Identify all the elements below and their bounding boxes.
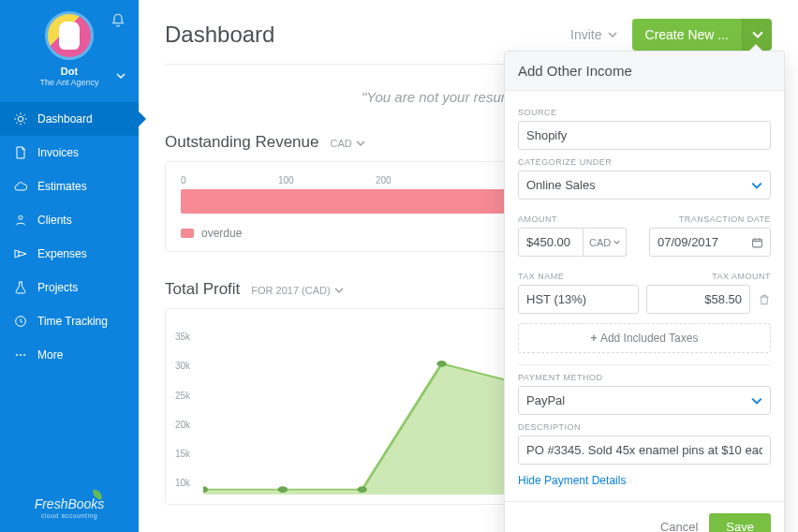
description-input[interactable] (518, 436, 771, 465)
nav-label: Estimates (37, 180, 87, 193)
y-tick: 30k (175, 361, 190, 371)
nav-expenses[interactable]: Expenses (0, 237, 139, 271)
category-value: Online Sales (526, 178, 596, 192)
svg-point-9 (278, 486, 288, 493)
chevron-down-icon (334, 286, 344, 295)
chevron-down-icon (752, 29, 763, 40)
source-input[interactable] (518, 121, 771, 150)
tax-name-label: TAX NAME (518, 272, 640, 281)
svg-point-11 (436, 361, 446, 367)
hide-payment-details-link[interactable]: Hide Payment Details (518, 474, 626, 487)
categorize-label: CATEGORIZE UNDER (518, 157, 771, 167)
trash-icon[interactable] (758, 293, 771, 306)
flask-icon (13, 280, 28, 295)
legend-swatch (181, 229, 194, 238)
brand-logo: FreshBooks cloud accounting (0, 485, 139, 532)
cloud-icon (13, 179, 28, 194)
bell-icon[interactable] (111, 13, 126, 28)
y-tick: 15k (175, 448, 190, 458)
nav-time-tracking[interactable]: Time Tracking (0, 304, 139, 338)
txn-date-label: TRANSACTION DATE (649, 214, 771, 224)
currency-selector[interactable]: CAD (330, 138, 364, 149)
y-tick: 25k (175, 390, 190, 400)
cancel-button[interactable]: Cancel (660, 520, 698, 532)
plus-icon: + (591, 332, 600, 345)
source-label: SOURCE (518, 108, 771, 117)
category-select[interactable]: Online Sales (518, 170, 771, 200)
person-icon (13, 213, 28, 228)
nav-label: Expenses (37, 247, 87, 260)
tick: 0 (181, 175, 278, 185)
brand-name: FreshBooks (35, 496, 105, 511)
y-tick: 35k (175, 332, 190, 342)
svg-point-10 (358, 486, 367, 493)
create-new-button[interactable]: Create New ... (632, 19, 742, 51)
amount-label: AMOUNT (518, 214, 640, 224)
brand-tag: cloud accounting (0, 512, 139, 519)
clock-icon (13, 314, 28, 329)
sun-icon (13, 111, 28, 126)
tax-amount-label: TAX AMOUNT (649, 272, 771, 281)
nav-invoices[interactable]: Invoices (0, 136, 139, 170)
invite-label: Invite (570, 27, 601, 42)
chevron-down-icon (613, 239, 620, 245)
nav-projects[interactable]: Projects (0, 271, 139, 304)
payment-method-value: PayPal (526, 393, 565, 407)
tax-name-input[interactable] (518, 285, 639, 314)
add-included-taxes-button[interactable]: + Add Included Taxes (518, 323, 771, 353)
chevron-down-icon (751, 180, 762, 191)
svg-point-6 (20, 354, 22, 356)
section-title: Outstanding Revenue (165, 133, 318, 152)
svg-point-2 (18, 252, 19, 253)
nav-clients[interactable]: Clients (0, 203, 139, 237)
chevron-down-icon[interactable] (116, 71, 126, 81)
avatar[interactable] (45, 11, 94, 60)
amount-input[interactable] (518, 228, 584, 257)
nav-label: Clients (37, 214, 72, 227)
svg-point-0 (18, 116, 22, 121)
user-name: Dot (61, 66, 78, 77)
more-icon (13, 347, 28, 362)
nav-label: More (37, 348, 63, 362)
section-title: Total Profit (165, 280, 240, 299)
tick: 200 (376, 175, 473, 185)
svg-rect-16 (753, 239, 762, 247)
period-selector[interactable]: for 2017 (CAD) (251, 285, 343, 296)
profile[interactable]: Dot The Ant Agency (0, 0, 139, 95)
sidebar: Dot The Ant Agency Dashboard Invoices Es… (0, 0, 139, 532)
popover-title: Add Other Income (505, 52, 784, 91)
calendar-icon[interactable] (751, 236, 763, 248)
divider (518, 364, 771, 365)
legend-label: overdue (201, 227, 242, 240)
y-tick: 10k (175, 478, 190, 488)
nav-estimates[interactable]: Estimates (0, 170, 139, 203)
nav-dashboard[interactable]: Dashboard (0, 102, 139, 136)
add-other-income-popover: Add Other Income SOURCE CATEGORIZE UNDER… (504, 51, 785, 532)
invoice-icon (13, 145, 28, 160)
nav-label: Projects (37, 281, 78, 294)
amount-group: CAD (518, 228, 640, 257)
nav: Dashboard Invoices Estimates Clients Exp… (0, 102, 139, 485)
main: Dashboard Invite Create New ... "You are… (139, 0, 798, 532)
tick: 100 (278, 175, 376, 185)
svg-point-5 (16, 354, 18, 356)
invite-button[interactable]: Invite (570, 27, 616, 42)
tax-amount-input[interactable] (646, 285, 750, 314)
payment-method-label: PAYMENT METHOD (518, 373, 771, 382)
save-button[interactable]: Save (709, 513, 771, 532)
description-label: DESCRIPTION (518, 422, 771, 432)
chevron-down-icon (608, 30, 617, 39)
page-title: Dashboard (165, 22, 274, 48)
nav-more[interactable]: More (0, 338, 139, 372)
payment-method-select[interactable]: PayPal (518, 386, 771, 415)
pizza-icon (13, 246, 28, 261)
svg-point-3 (18, 255, 19, 256)
svg-point-7 (23, 354, 25, 356)
currency-select[interactable]: CAD (584, 228, 627, 257)
svg-point-1 (19, 215, 22, 219)
chevron-down-icon (356, 139, 365, 148)
nav-label: Time Tracking (37, 315, 108, 328)
y-tick: 20k (175, 419, 190, 429)
nav-label: Invoices (37, 146, 79, 159)
nav-label: Dashboard (37, 112, 93, 126)
